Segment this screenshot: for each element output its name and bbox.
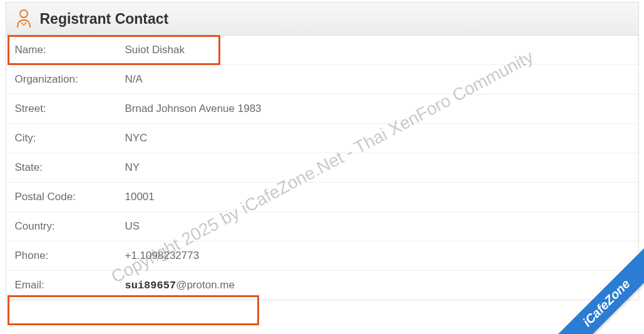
value-name: Suiot Dishak (125, 44, 185, 56)
label-state: State: (15, 161, 125, 174)
label-country: Country: (15, 220, 125, 233)
label-city: City: (15, 132, 125, 144)
row-phone: Phone: +1.1098232773 (6, 241, 638, 271)
contact-rows: Name: Suiot Dishak Organization: N/A Str… (6, 36, 638, 300)
panel-title: Registrant Contact (40, 11, 169, 28)
label-organization: Organization: (15, 73, 125, 86)
value-street: Brnad Johnson Avenue 1983 (125, 103, 262, 115)
value-organization: N/A (125, 73, 143, 86)
row-city: City: NYC (6, 124, 638, 153)
row-postal: Postal Code: 10001 (6, 183, 638, 212)
email-domain-part: @proton.me (176, 279, 235, 291)
label-street: Street: (15, 103, 125, 115)
row-country: Country: US (6, 212, 638, 241)
value-email: sui89657@proton.me (125, 279, 235, 291)
row-organization: Organization: N/A (6, 65, 638, 94)
label-phone: Phone: (15, 250, 125, 262)
panel-header: Registrant Contact (6, 3, 638, 36)
row-state: State: NY (6, 153, 638, 183)
row-email: Email: sui89657@proton.me (6, 271, 638, 300)
value-postal: 10001 (125, 191, 155, 203)
row-name: Name: Suiot Dishak (6, 36, 638, 65)
registrant-contact-panel: Registrant Contact Name: Suiot Dishak Or… (6, 2, 639, 300)
label-postal: Postal Code: (15, 191, 125, 203)
label-email: Email: (15, 279, 125, 291)
svg-point-0 (20, 10, 28, 18)
person-icon (15, 9, 33, 29)
value-city: NYC (125, 132, 148, 144)
label-name: Name: (15, 44, 125, 56)
row-street: Street: Brnad Johnson Avenue 1983 (6, 94, 638, 124)
value-country: US (125, 220, 140, 233)
email-local-part: sui89657 (125, 280, 176, 291)
value-phone: +1.1098232773 (125, 250, 200, 262)
value-state: NY (125, 161, 140, 174)
